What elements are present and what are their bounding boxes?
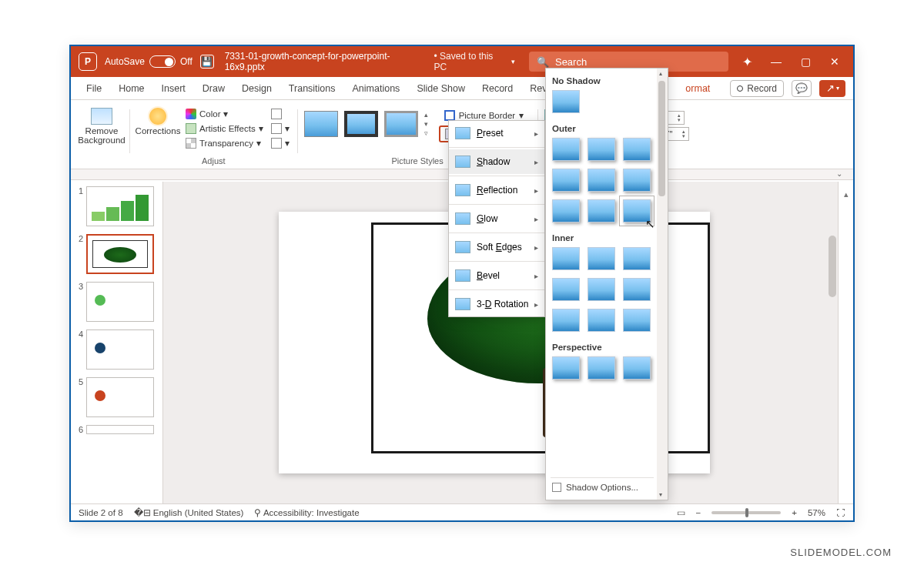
picture-style-2[interactable] xyxy=(344,111,378,137)
style-gallery-down[interactable]: ▾ xyxy=(424,120,428,128)
change-picture-button[interactable]: ▾ xyxy=(270,122,291,135)
zoom-in-button[interactable]: + xyxy=(792,508,797,517)
slide-thumbnail-5[interactable] xyxy=(86,377,154,417)
slide-thumbnail-1[interactable] xyxy=(86,186,154,226)
picture-style-3[interactable] xyxy=(384,111,418,137)
slide-indicator[interactable]: Slide 2 of 8 xyxy=(79,508,123,517)
menu-3d-rotation[interactable]: 3-D Rotation▸ xyxy=(449,292,544,316)
shadow-inner-3[interactable] xyxy=(623,247,651,270)
shadow-inner-9[interactable] xyxy=(623,309,651,332)
menu-reflection[interactable]: Reflection▸ xyxy=(449,178,544,202)
shadow-outer-2[interactable] xyxy=(588,138,615,161)
corrections-button[interactable]: Corrections xyxy=(136,105,179,135)
reset-picture-button[interactable]: ▾ xyxy=(270,137,291,149)
checkbox-icon xyxy=(552,483,561,492)
accessibility-button[interactable]: ⚲ Accessibility: Investigate xyxy=(254,507,359,518)
zoom-level[interactable]: 57% xyxy=(808,508,825,517)
coming-soon-icon[interactable]: ✦ xyxy=(741,55,753,68)
watermark: SLIDEMODEL.COM xyxy=(790,547,892,558)
cursor-icon: ↖ xyxy=(645,217,655,231)
view-normal-button[interactable]: ▭ xyxy=(677,507,685,518)
shadow-outer-9[interactable]: ↖ xyxy=(623,199,651,222)
shadow-options-button[interactable]: Shadow Options... xyxy=(551,477,654,497)
minimize-button[interactable]: — xyxy=(770,55,782,68)
gallery-header-outer: Outer xyxy=(551,121,663,138)
zoom-out-button[interactable]: − xyxy=(696,508,701,517)
shadow-outer-1[interactable] xyxy=(552,138,580,161)
share-button[interactable]: ↗▾ xyxy=(819,80,845,97)
shadow-inner-8[interactable] xyxy=(588,309,615,332)
rail-up-icon[interactable]: ▴ xyxy=(844,189,849,199)
menu-preset[interactable]: Preset▸ xyxy=(449,121,544,146)
artistic-icon xyxy=(186,123,196,134)
shadow-outer-4[interactable] xyxy=(552,169,580,192)
save-button[interactable]: 💾 xyxy=(200,55,214,69)
language-button[interactable]: �⊟ English (United States) xyxy=(134,507,244,518)
shadow-outer-7[interactable] xyxy=(552,199,580,222)
tab-draw[interactable]: Draw xyxy=(195,79,233,99)
thumb-num: 2 xyxy=(74,234,83,274)
slide-thumbnail-6[interactable] xyxy=(86,425,154,434)
slide-thumbnail-panel[interactable]: 1 2 3 4 5 6 xyxy=(71,182,163,503)
search-icon: 🔍 xyxy=(537,56,549,68)
picture-effects-menu: Preset▸ Shadow▸ Reflection▸ Glow▸ Soft E… xyxy=(448,120,545,317)
shadow-perspective-2[interactable] xyxy=(588,356,615,380)
shadow-perspective-3[interactable] xyxy=(623,356,651,380)
tab-animations[interactable]: Animations xyxy=(345,79,408,99)
gallery-header-no-shadow: No Shadow xyxy=(551,73,663,90)
remove-bg-icon xyxy=(91,108,112,125)
artistic-effects-button[interactable]: Artistic Effects ▾ xyxy=(184,122,265,135)
autosave-toggle[interactable]: AutoSave Off xyxy=(105,55,192,68)
slide-thumbnail-3[interactable] xyxy=(86,282,154,322)
tab-slide-show[interactable]: Slide Show xyxy=(409,79,473,99)
zoom-slider[interactable] xyxy=(711,511,781,514)
shadow-perspective-1[interactable] xyxy=(552,356,580,380)
remove-background-button[interactable]: Remove Background xyxy=(80,105,123,145)
tab-transitions[interactable]: Transitions xyxy=(281,79,343,99)
shadow-inner-5[interactable] xyxy=(588,278,615,301)
picture-style-1[interactable] xyxy=(304,111,338,137)
gallery-scrollbar[interactable]: ▴▾ xyxy=(657,69,668,500)
thumb-num: 6 xyxy=(74,425,83,434)
shadow-inner-1[interactable] xyxy=(552,247,580,270)
menu-bevel[interactable]: Bevel▸ xyxy=(449,263,544,288)
compress-pictures-button[interactable] xyxy=(270,108,291,120)
record-button[interactable]: Record xyxy=(730,80,784,97)
menu-soft-edges[interactable]: Soft Edges▸ xyxy=(449,235,544,259)
gallery-header-inner: Inner xyxy=(551,230,663,247)
vertical-scrollbar[interactable] xyxy=(825,182,838,503)
filename-label[interactable]: 7331-01-growth-concept-for-powerpoint-16… xyxy=(225,51,430,72)
menu-glow[interactable]: Glow▸ xyxy=(449,206,544,231)
shadow-outer-8[interactable] xyxy=(588,199,615,222)
tab-home[interactable]: Home xyxy=(111,79,152,99)
transparency-button[interactable]: Transparency ▾ xyxy=(184,137,265,149)
shadow-inner-4[interactable] xyxy=(552,278,580,301)
shadow-none[interactable] xyxy=(552,90,580,113)
style-gallery-more[interactable]: ▿ xyxy=(424,129,428,137)
shadow-outer-3[interactable] xyxy=(623,138,651,161)
maximize-button[interactable]: ▢ xyxy=(799,55,812,68)
style-gallery-up[interactable]: ▴ xyxy=(424,111,428,119)
slide-thumbnail-4[interactable] xyxy=(86,329,154,370)
fit-to-window-button[interactable]: ⛶ xyxy=(836,508,845,517)
shadow-inner-6[interactable] xyxy=(623,278,651,301)
tab-record[interactable]: Record xyxy=(474,79,521,99)
tab-insert[interactable]: Insert xyxy=(154,79,193,99)
border-icon xyxy=(444,110,455,121)
close-button[interactable]: ✕ xyxy=(829,55,841,68)
shadow-outer-5[interactable] xyxy=(588,169,615,192)
color-button[interactable]: Color ▾ xyxy=(184,108,265,120)
powerpoint-icon: P xyxy=(79,52,97,71)
tab-picture-format[interactable]: ormat xyxy=(684,79,718,99)
reflection-icon xyxy=(455,184,470,196)
slide-thumbnail-2[interactable] xyxy=(86,234,154,274)
autosave-label: AutoSave xyxy=(105,56,145,67)
shadow-outer-6[interactable] xyxy=(623,169,651,192)
tab-file[interactable]: File xyxy=(79,79,109,99)
chevron-down-icon[interactable]: ▾ xyxy=(511,58,515,65)
comments-button[interactable]: 💬 xyxy=(792,80,812,97)
tab-design[interactable]: Design xyxy=(234,79,280,99)
menu-shadow[interactable]: Shadow▸ xyxy=(449,149,544,174)
shadow-inner-2[interactable] xyxy=(588,247,615,270)
shadow-inner-7[interactable] xyxy=(552,309,580,332)
